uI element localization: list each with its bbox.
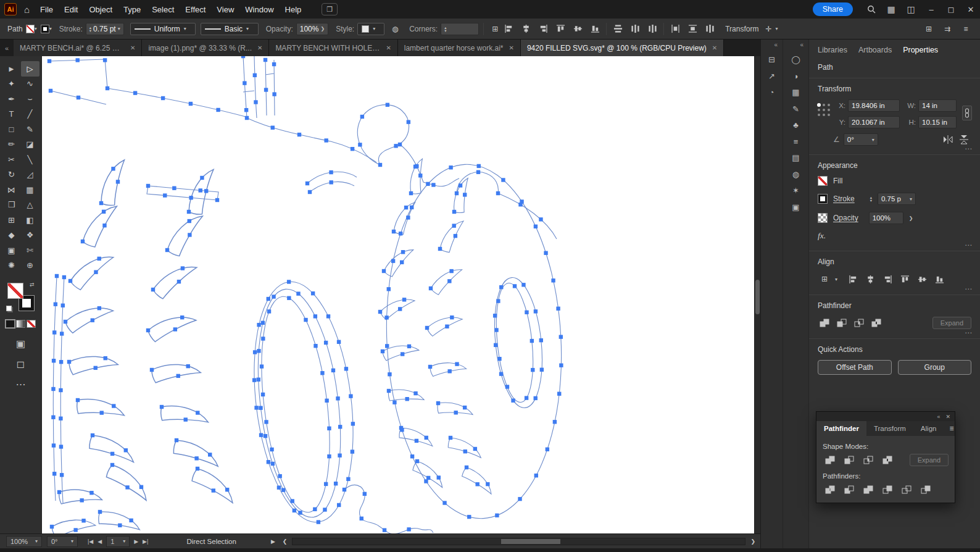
anchor-point[interactable] [409,191,413,195]
tab-close-icon[interactable]: ✕ [712,44,717,51]
anchor-point[interactable] [477,164,481,168]
align-left-icon[interactable] [846,272,860,286]
anchor-point[interactable] [50,525,54,529]
anchor-point[interactable] [204,189,208,193]
drawing-mode-icon[interactable]: ▣ [16,338,25,349]
panel-menu-icon[interactable]: ≡ [944,421,959,436]
anchor-point[interactable] [267,460,270,464]
anchor-point[interactable] [261,393,265,396]
anchor-point[interactable] [57,490,61,494]
anchor-point[interactable] [476,170,480,174]
menu-help[interactable]: Help [280,2,307,17]
vertical-scrollbar-thumb[interactable] [755,280,760,314]
anchor-point[interactable] [455,191,459,195]
distribute-center-icon[interactable] [646,22,659,36]
anchor-point[interactable] [64,320,67,324]
anchor-point[interactable] [52,330,56,334]
anchor-point[interactable] [261,321,265,325]
anchor-point[interactable] [317,520,320,524]
anchor-point[interactable] [329,180,333,184]
anchor-point[interactable] [531,368,534,372]
anchor-point[interactable] [497,357,501,361]
color-wheel-icon[interactable]: ◔ [765,85,779,100]
anchor-point[interactable] [264,420,268,424]
stepper-icon[interactable]: ▴▾ [89,26,91,32]
anchor-point[interactable] [311,291,315,295]
stroke-swatch[interactable] [818,194,828,204]
scroll-right-icon[interactable]: ❯ [750,538,755,545]
align-to-grid-icon[interactable]: ⊞ [488,22,502,36]
anchor-point[interactable] [360,115,364,119]
anchor-point[interactable] [259,406,262,409]
anchor-point[interactable] [534,225,538,228]
anchor-point[interactable] [180,316,184,319]
horizontal-scrollbar-thumb[interactable] [501,539,560,544]
anchor-point[interactable] [410,206,413,209]
anchor-point[interactable] [308,190,312,194]
anchor-point[interactable] [48,59,51,63]
effects-fx-button[interactable]: fx. [818,231,826,241]
close-panel-icon[interactable]: ✕ [945,414,950,420]
hand-tool[interactable]: ✺ [2,258,21,274]
anchor-point[interactable] [261,337,265,340]
anchor-point[interactable] [426,476,430,480]
y-field[interactable]: 20.1067 in [848,116,900,128]
anchor-point[interactable] [293,509,296,512]
anchor-point[interactable] [129,519,133,522]
anchor-point[interactable] [187,210,191,214]
anchor-point[interactable] [463,193,467,196]
anchor-point[interactable] [287,280,291,283]
reference-point-locator[interactable] [818,104,830,116]
anchor-point[interactable] [445,325,449,328]
anchor-point[interactable] [252,378,256,382]
chevron-down-icon[interactable]: ▾ [184,26,186,31]
menu-select[interactable]: Select [146,2,180,17]
anchor-point[interactable] [272,295,275,298]
document-tab[interactable]: MARTY BENCH.ai* @ 6.25 % ...✕ [14,40,142,56]
anchor-point[interactable] [325,399,328,403]
merge-icon[interactable] [861,483,876,496]
asset-export-icon[interactable]: ↗ [765,69,779,83]
anchor-point[interactable] [410,454,414,458]
anchor-point[interactable] [254,100,257,104]
chevron-down-icon[interactable]: ▾ [835,277,837,282]
opacity-link[interactable]: Opacity [833,214,858,222]
anchor-point[interactable] [200,176,204,180]
menu-file[interactable]: File [35,2,59,17]
anchor-point[interactable] [404,206,408,209]
search-icon[interactable] [863,5,879,14]
anchor-point[interactable] [175,438,178,442]
anchor-point[interactable] [496,299,500,303]
collapse-strip-icon[interactable]: « [800,41,804,48]
anchor-point[interactable] [392,401,396,404]
anchor-point[interactable] [208,453,212,456]
layers-panel-icon[interactable]: ▣ [789,199,804,214]
anchor-point[interactable] [429,286,433,290]
rotate-tool[interactable]: ↻ [2,167,21,183]
anchor-point[interactable] [61,304,65,307]
anchor-point[interactable] [399,232,402,235]
anchor-point[interactable] [124,448,128,452]
anchor-point[interactable] [559,335,563,338]
anchor-point[interactable] [518,497,521,501]
align-bottom-icon[interactable] [588,22,602,36]
rotation-field[interactable]: 0° ▾ [844,133,878,146]
anchor-point[interactable] [331,369,335,372]
anchor-point[interactable] [189,196,193,199]
minus-back-icon[interactable] [918,483,933,496]
anchor-point[interactable] [297,133,301,136]
anchor-point[interactable] [102,210,106,214]
anchor-point[interactable] [425,326,429,330]
artboard-number-field[interactable]: 1 ▾ [106,536,130,547]
anchor-point[interactable] [398,307,402,311]
fill-swatch[interactable] [7,283,23,299]
anchor-point[interactable] [525,311,528,314]
anchor-point[interactable] [257,349,260,353]
anchor-point[interactable] [336,396,339,400]
anchor-point[interactable] [518,203,522,206]
anchor-point[interactable] [259,433,263,437]
anchor-point[interactable] [454,411,458,414]
touch-workspace-icon[interactable]: ❒ [322,3,338,15]
anchor-point[interactable] [387,287,391,291]
document-tab[interactable]: image (1).png* @ 33.33 % (R...✕ [142,40,269,56]
